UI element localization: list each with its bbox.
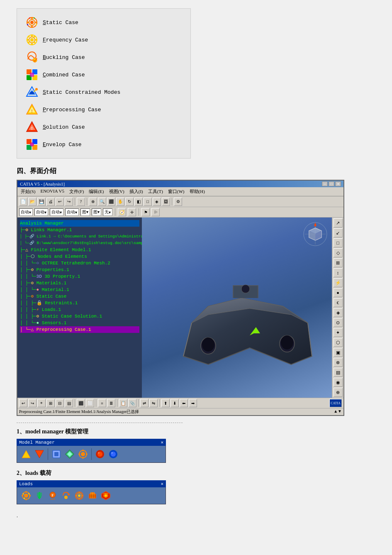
dd-none[interactable]: 无▾ bbox=[103, 208, 112, 216]
tree-links-manager[interactable]: ├─⚙ Links Manager.1 bbox=[20, 227, 139, 233]
tree-properties[interactable]: │ ├─⚙ Properties.1 bbox=[20, 266, 139, 273]
rt-btn18[interactable]: ⊕ bbox=[334, 388, 343, 397]
minimize-btn[interactable]: ─ bbox=[322, 181, 328, 186]
close-btn[interactable]: ✕ bbox=[335, 181, 341, 186]
catia-viewport[interactable] bbox=[142, 218, 332, 398]
rt-btn15[interactable]: ⊗ bbox=[334, 358, 343, 367]
tree-solution[interactable]: │ │ ├─⚙ Static Case Solution.1 bbox=[20, 313, 139, 320]
menu-tools[interactable]: 工具(T) bbox=[146, 188, 166, 196]
bt-btn9[interactable]: ≡ bbox=[98, 399, 106, 407]
model-manager-close[interactable]: ✕ bbox=[161, 440, 163, 445]
rt-btn6[interactable]: ↕ bbox=[334, 268, 343, 277]
menu-start[interactable]: 开始(S) bbox=[18, 188, 38, 196]
tb-iso[interactable]: ◈ bbox=[153, 198, 161, 206]
mm-icon4[interactable] bbox=[64, 448, 75, 460]
rt-btn1[interactable]: ↗ bbox=[334, 218, 343, 227]
tb-new[interactable]: 📄 bbox=[19, 198, 27, 206]
tb-extra1[interactable]: ⚑ bbox=[141, 208, 150, 216]
bt-btn12[interactable]: 📎 bbox=[128, 399, 136, 407]
loads-icon4[interactable] bbox=[60, 490, 72, 501]
rt-btn4[interactable]: ◇ bbox=[334, 248, 343, 257]
tb-open[interactable]: 📂 bbox=[28, 198, 37, 206]
loads-close[interactable]: ✕ bbox=[161, 481, 163, 487]
dd-auto4[interactable]: 自动▾ bbox=[65, 208, 79, 216]
tree-link2[interactable]: │ └─🔗 B:\www\ansdocr7\BstEnglish\estug.d… bbox=[20, 240, 139, 247]
tree-restraints[interactable]: │ │ ├─🔒 Restraints.1 bbox=[20, 300, 139, 306]
tb-snap[interactable]: ⊕ bbox=[89, 198, 97, 206]
menu-insert[interactable]: 插入(I) bbox=[127, 188, 146, 196]
mm-icon2[interactable] bbox=[34, 448, 45, 460]
rt-btn17[interactable]: ◉ bbox=[334, 378, 343, 387]
dd-view[interactable]: 图▾ bbox=[92, 208, 101, 216]
rt-btn7[interactable]: ⚡ bbox=[334, 278, 343, 287]
rt-btn2[interactable]: ↙ bbox=[334, 228, 343, 237]
bt-btn15[interactable]: ⬆ bbox=[161, 399, 170, 407]
dd-auto1[interactable]: 自动▾ bbox=[19, 208, 33, 216]
tb-zoom-all[interactable]: ⬛ bbox=[107, 198, 115, 206]
tb-redo[interactable]: ↪ bbox=[65, 198, 73, 206]
tb-print[interactable]: 🖨 bbox=[46, 198, 55, 206]
tb-shade[interactable]: ◧ bbox=[134, 198, 143, 206]
bt-btn8[interactable]: ⬜ bbox=[86, 399, 94, 407]
loads-icon5[interactable] bbox=[73, 490, 85, 501]
bt-btn17[interactable]: ⬅ bbox=[180, 399, 188, 407]
bt-btn5[interactable]: ⊟ bbox=[56, 399, 64, 407]
dd-grid[interactable]: 图▾ bbox=[80, 208, 90, 216]
tree-link1[interactable]: │ ├─🔗 Link.1 → C:\Documents and Settings… bbox=[20, 233, 139, 240]
tree-analysis-manager[interactable]: Analysis Manager bbox=[20, 220, 139, 227]
bt-btn6[interactable]: ▤ bbox=[65, 399, 73, 407]
bt-btn3[interactable]: ⌖ bbox=[37, 399, 46, 407]
tree-preprocessing[interactable]: │ └─△ Preprocessing Case.1 bbox=[20, 326, 139, 333]
tb-zoom-in[interactable]: 🔍 bbox=[98, 198, 106, 206]
dd-auto2[interactable]: 自动▾ bbox=[34, 208, 48, 216]
tb-undo[interactable]: ↩ bbox=[56, 198, 64, 206]
loads-icon3[interactable]: F bbox=[47, 490, 58, 501]
tree-loads[interactable]: │ │ ├─⚡ Loads.1 bbox=[20, 306, 139, 313]
bt-btn4[interactable]: ⊞ bbox=[46, 399, 55, 407]
rt-btn11[interactable]: ⊙ bbox=[334, 318, 343, 327]
menu-edit[interactable]: 编辑(E) bbox=[86, 188, 106, 196]
mm-icon6[interactable] bbox=[94, 448, 106, 460]
menu-file[interactable]: 文件(F) bbox=[67, 188, 86, 196]
bt-btn13[interactable]: ⇌ bbox=[140, 399, 149, 407]
tb-axis[interactable]: ✛ bbox=[128, 208, 136, 216]
menu-view[interactable]: 视图(V) bbox=[107, 188, 127, 196]
rt-btn9[interactable]: € bbox=[334, 298, 343, 307]
loads-icon6[interactable] bbox=[87, 490, 98, 501]
rt-btn14[interactable]: ▣ bbox=[334, 348, 343, 357]
tree-nodes[interactable]: │ ├─⬡ Nodes and Elements bbox=[20, 253, 139, 260]
tree-fem[interactable]: ├─△ Finite Element Model.1 bbox=[20, 247, 139, 253]
tree-sensors[interactable]: │ │ └─● Sensors.1 bbox=[20, 320, 139, 326]
bt-btn2[interactable]: ↪ bbox=[28, 399, 37, 407]
tb-compass[interactable]: 🧭 bbox=[118, 208, 126, 216]
tb-pan[interactable]: ✋ bbox=[116, 198, 124, 206]
tb-rotate[interactable]: ↻ bbox=[125, 198, 134, 206]
rt-btn10[interactable]: ◈ bbox=[334, 308, 343, 317]
loads-icon2[interactable] bbox=[34, 490, 45, 501]
loads-icon7[interactable] bbox=[100, 490, 112, 501]
menu-enovia[interactable]: ENOVIA V5 bbox=[38, 188, 67, 196]
tree-materials[interactable]: │ ├─⚙ Materials.1 bbox=[20, 280, 139, 286]
tree-3dprop[interactable]: │ │ └─3D 3D Property.1 bbox=[20, 273, 139, 280]
mm-icon5[interactable] bbox=[77, 448, 89, 460]
mm-icon3[interactable] bbox=[51, 448, 62, 460]
rt-btn3[interactable]: □ bbox=[334, 238, 343, 247]
bt-btn7[interactable]: ⬛ bbox=[77, 399, 85, 407]
tb-help[interactable]: ? bbox=[77, 198, 85, 206]
tb-img[interactable]: 🖼 bbox=[162, 198, 170, 206]
tb-settings[interactable]: ⚙ bbox=[174, 198, 182, 206]
tb-extra2[interactable]: ⚐ bbox=[151, 208, 160, 216]
bt-btn16[interactable]: ⬇ bbox=[170, 399, 179, 407]
tree-material1[interactable]: │ │ └─● Material.1 bbox=[20, 286, 139, 293]
restore-btn[interactable]: □ bbox=[329, 181, 334, 186]
bt-btn11[interactable]: 📋 bbox=[119, 399, 127, 407]
menu-window[interactable]: 窗口(W) bbox=[166, 188, 187, 196]
bt-btn14[interactable]: ⇋ bbox=[149, 399, 158, 407]
dd-auto3[interactable]: 自动▾ bbox=[50, 208, 63, 216]
tb-wire[interactable]: □ bbox=[144, 198, 152, 206]
tree-octree[interactable]: │ │ └─○ OCTREE Tetrahedron Mesh.2 bbox=[20, 260, 139, 266]
menu-help[interactable]: 帮助(H) bbox=[187, 188, 207, 196]
rt-btn12[interactable]: ✦ bbox=[334, 328, 343, 337]
bt-btn10[interactable]: ≣ bbox=[107, 399, 115, 407]
tb-save[interactable]: 💾 bbox=[37, 198, 46, 206]
